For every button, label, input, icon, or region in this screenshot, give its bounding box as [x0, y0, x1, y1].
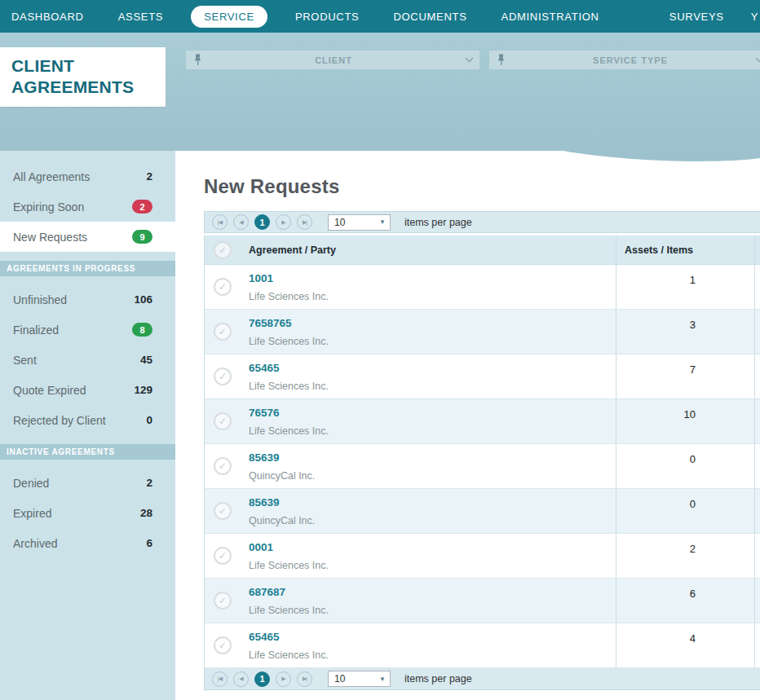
- column-header-assets-items[interactable]: Assets / Items: [616, 236, 754, 264]
- sidebar-item-archived[interactable]: Archived 6: [0, 528, 175, 558]
- sidebar-item-expiring-soon[interactable]: Expiring Soon 2: [0, 192, 175, 222]
- party-name: QuincyCal Inc.: [249, 515, 616, 526]
- last-page-button[interactable]: ▶|: [297, 214, 312, 230]
- row-check-icon[interactable]: ✓: [214, 457, 232, 475]
- agreement-link[interactable]: 85639: [249, 496, 616, 508]
- page-size-select[interactable]: 10 ▼: [328, 214, 391, 231]
- nav-item-assets[interactable]: ASSETS: [101, 11, 181, 23]
- table-row[interactable]: ✓ 65465 Life Sciences Inc. 7: [205, 354, 760, 399]
- sidebar-item-count: 2: [146, 477, 152, 489]
- row-check-icon[interactable]: ✓: [214, 368, 232, 385]
- nav-item-administration[interactable]: ADMINISTRATION: [484, 11, 616, 23]
- agreement-link[interactable]: 65465: [249, 362, 616, 374]
- table-row[interactable]: ✓ 687687 Life Sciences Inc. 6: [205, 579, 760, 623]
- column-header-agreement-party[interactable]: Agreement / Party: [241, 236, 616, 264]
- table-row[interactable]: ✓ 7658765 Life Sciences Inc. 3: [205, 310, 760, 354]
- party-name: Life Sciences Inc.: [249, 425, 616, 437]
- sidebar-item-denied[interactable]: Denied 2: [0, 468, 175, 498]
- next-page-button[interactable]: ▶: [276, 214, 291, 230]
- filter-bar: CLIENT SERVICE TYPE: [186, 51, 760, 69]
- nav-item-products[interactable]: PRODUCTS: [278, 11, 377, 23]
- agreement-link[interactable]: 76576: [249, 407, 616, 419]
- sidebar-item-count: 2: [146, 170, 152, 183]
- sidebar-item-label: Finalized: [13, 324, 132, 337]
- first-page-button[interactable]: |◀: [212, 214, 228, 230]
- chevron-down-icon[interactable]: [458, 57, 479, 63]
- assets-count: 10: [616, 399, 754, 443]
- sidebar-item-all-agreements[interactable]: All Agreements 2: [0, 161, 175, 192]
- count-badge: 8: [132, 323, 152, 337]
- service-type-filter-label: SERVICE TYPE: [512, 55, 749, 65]
- table-row[interactable]: ✓ 65465 Life Sciences Inc. 4: [205, 623, 760, 668]
- top-navigation: DASHBOARD ASSETS SERVICE PRODUCTS DOCUME…: [0, 0, 760, 33]
- row-check-icon[interactable]: ✓: [214, 592, 232, 610]
- table-row[interactable]: ✓ 76576 Life Sciences Inc. 10: [205, 399, 760, 444]
- table-row[interactable]: ✓ 85639 QuincyCal Inc. 0: [205, 444, 760, 489]
- agreement-link[interactable]: 65465: [249, 631, 616, 643]
- row-check-icon[interactable]: ✓: [214, 323, 232, 341]
- row-check-icon[interactable]: ✓: [214, 547, 232, 565]
- service-type-filter-dropdown[interactable]: SERVICE TYPE: [489, 51, 760, 69]
- agreement-link[interactable]: 7658765: [249, 317, 616, 329]
- sidebar-item-label: Rejected by Client: [13, 414, 146, 427]
- row-check-icon[interactable]: ✓: [214, 412, 232, 430]
- extra-cell: [754, 265, 760, 309]
- table-row[interactable]: ✓ 0001 Life Sciences Inc. 2: [205, 534, 760, 579]
- items-per-page-label: items per page: [404, 217, 472, 228]
- sidebar-item-new-requests[interactable]: New Requests 9: [0, 222, 175, 252]
- nav-item-service[interactable]: SERVICE: [191, 6, 267, 28]
- page-size-value: 10: [334, 673, 345, 685]
- extra-cell: [754, 444, 760, 488]
- sidebar-item-count: 129: [134, 384, 152, 396]
- nav-item-clipped[interactable]: Y: [741, 11, 760, 23]
- pin-icon[interactable]: [489, 54, 512, 66]
- pager-bottom: |◀ ◀ 1 ▶ ▶| 10 ▼ items per page: [204, 668, 760, 690]
- sidebar-item-rejected-by-client[interactable]: Rejected by Client 0: [0, 405, 175, 435]
- caret-down-icon: ▼: [379, 218, 386, 226]
- select-all-check-icon[interactable]: ✓: [214, 241, 232, 259]
- assets-count: 6: [616, 579, 754, 623]
- first-page-button[interactable]: |◀: [212, 671, 228, 687]
- extra-cell: [754, 534, 760, 578]
- agreement-link[interactable]: 85639: [249, 451, 616, 464]
- sidebar-item-unfinished[interactable]: Unfinished 106: [0, 284, 175, 315]
- row-check-icon[interactable]: ✓: [214, 502, 232, 520]
- current-page-button[interactable]: 1: [254, 671, 270, 687]
- assets-count: 2: [616, 534, 754, 578]
- row-check-icon[interactable]: ✓: [214, 278, 232, 296]
- assets-count: 7: [616, 354, 754, 398]
- sidebar-item-sent[interactable]: Sent 45: [0, 345, 175, 375]
- chevron-down-icon[interactable]: [749, 57, 760, 63]
- page-size-select[interactable]: 10 ▼: [328, 671, 391, 687]
- sidebar-item-label: Archived: [13, 537, 146, 550]
- sidebar-item-finalized[interactable]: Finalized 8: [0, 315, 175, 345]
- agreement-link[interactable]: 0001: [249, 541, 616, 553]
- pin-icon[interactable]: [186, 54, 209, 66]
- nav-item-documents[interactable]: DOCUMENTS: [376, 11, 484, 23]
- agreement-link[interactable]: 1001: [249, 272, 616, 284]
- sidebar-item-label: Quote Expired: [13, 384, 134, 397]
- sidebar-item-label: New Requests: [13, 231, 132, 244]
- sidebar: All Agreements 2 Expiring Soon 2 New Req…: [0, 151, 175, 700]
- sidebar-section-agreements-in-progress: AGREEMENTS IN PROGRESS: [0, 261, 175, 276]
- client-filter-dropdown[interactable]: CLIENT: [186, 51, 479, 69]
- table-row[interactable]: ✓ 85639 QuincyCal Inc. 0: [205, 489, 760, 534]
- sidebar-item-count: 106: [134, 293, 152, 306]
- table-row[interactable]: ✓ 1001 Life Sciences Inc. 1: [205, 265, 760, 310]
- next-page-button[interactable]: ▶: [276, 671, 291, 687]
- client-filter-label: CLIENT: [209, 55, 458, 65]
- main-content: New Requests |◀ ◀ 1 ▶ ▶| 10 ▼ items per …: [175, 151, 760, 700]
- party-name: Life Sciences Inc.: [249, 291, 616, 302]
- last-page-button[interactable]: ▶|: [297, 671, 312, 687]
- row-check-icon[interactable]: ✓: [214, 636, 232, 654]
- sidebar-item-count: 6: [146, 537, 152, 549]
- sidebar-item-quote-expired[interactable]: Quote Expired 129: [0, 375, 175, 405]
- nav-item-surveys[interactable]: SURVEYS: [652, 11, 741, 23]
- nav-item-dashboard[interactable]: DASHBOARD: [11, 11, 101, 23]
- sidebar-item-count: 28: [140, 507, 152, 519]
- sidebar-item-expired[interactable]: Expired 28: [0, 498, 175, 528]
- prev-page-button[interactable]: ◀: [233, 214, 249, 230]
- prev-page-button[interactable]: ◀: [233, 671, 249, 687]
- agreement-link[interactable]: 687687: [249, 586, 616, 598]
- current-page-button[interactable]: 1: [254, 214, 270, 230]
